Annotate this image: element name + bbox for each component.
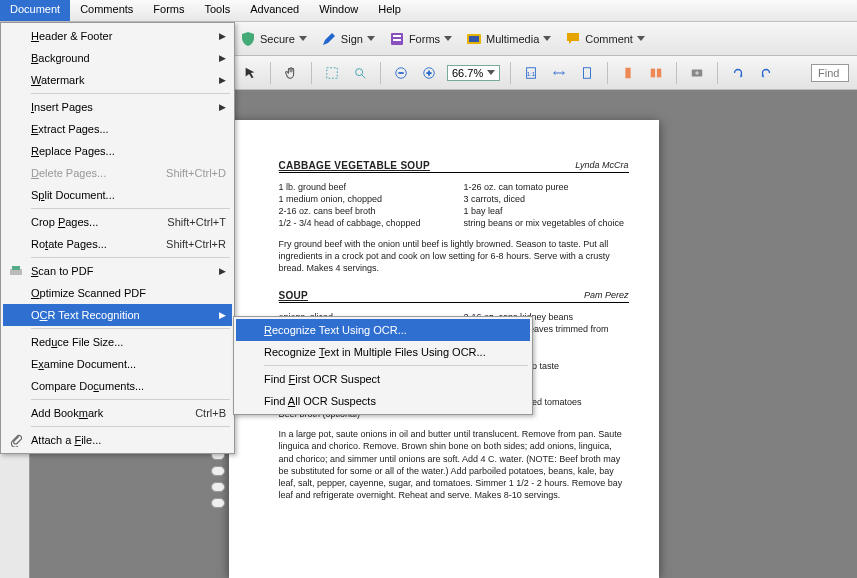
recipe-instructions: In a large pot, saute onions in oil and … [279, 428, 629, 501]
recipe-author: Pam Perez [584, 290, 629, 301]
ocr-submenu: Recognize Text Using OCR... Recognize Te… [233, 316, 533, 415]
snapshot-icon[interactable] [687, 63, 707, 83]
svg-point-16 [695, 71, 699, 75]
svg-rect-12 [626, 67, 631, 78]
menu-bar: Document Comments Forms Tools Advanced W… [0, 0, 857, 22]
tool-sign-label: Sign [341, 33, 363, 45]
menu-header-footer[interactable]: Header & Footer▶ [3, 25, 232, 47]
multimedia-icon [466, 31, 482, 47]
recipe-author: Lynda McCra [575, 160, 628, 171]
zoom-out-icon[interactable] [391, 63, 411, 83]
menu-reduce-file-size[interactable]: Reduce File Size... [3, 331, 232, 353]
separator [676, 62, 677, 84]
svg-rect-18 [12, 266, 20, 270]
menu-crop-pages[interactable]: Crop Pages...Shift+Ctrl+T [3, 211, 232, 233]
menu-document[interactable]: Document [0, 0, 70, 21]
ingredient: 1 lb. ground beef [279, 181, 444, 193]
two-page-icon[interactable] [646, 63, 666, 83]
chevron-down-icon [543, 36, 551, 41]
zoom-level-input[interactable]: 66.7% [447, 65, 500, 81]
menu-window[interactable]: Window [309, 0, 368, 21]
marquee-zoom-icon[interactable] [322, 63, 342, 83]
ingredient: 1 bay leaf [464, 205, 629, 217]
svg-text:1:1: 1:1 [527, 69, 536, 76]
menu-optimize-scanned[interactable]: Optimize Scanned PDF [3, 282, 232, 304]
menu-advanced[interactable]: Advanced [240, 0, 309, 21]
ingredient: 2-16 oz. cans beef broth [279, 205, 444, 217]
menu-delete-pages: Delete Pages...Shift+Ctrl+D [3, 162, 232, 184]
svg-rect-14 [657, 68, 661, 77]
menu-comments[interactable]: Comments [70, 0, 143, 21]
menu-scan-to-pdf[interactable]: Scan to PDF▶ [3, 260, 232, 282]
menu-forms[interactable]: Forms [143, 0, 194, 21]
separator [510, 62, 511, 84]
tool-forms-label: Forms [409, 33, 440, 45]
menu-rotate-pages[interactable]: Rotate Pages...Shift+Ctrl+R [3, 233, 232, 255]
tool-comment[interactable]: Comment [565, 31, 645, 47]
zoom-in-icon[interactable] [419, 63, 439, 83]
separator [311, 62, 312, 84]
svg-rect-11 [584, 67, 591, 78]
ingredient: string beans or mix vegetables of choice [464, 217, 629, 229]
svg-rect-13 [651, 68, 655, 77]
loupe-icon[interactable] [350, 63, 370, 83]
ingredient: 3 carrots, diced [464, 193, 629, 205]
rotate-ccw-icon[interactable] [756, 63, 776, 83]
menu-help[interactable]: Help [368, 0, 411, 21]
menu-split-document[interactable]: Split Document... [3, 184, 232, 206]
scanner-icon [7, 262, 25, 280]
single-page-icon[interactable] [618, 63, 638, 83]
menu-ocr-text-recognition[interactable]: OCR Text Recognition▶ [3, 304, 232, 326]
hand-tool-icon[interactable] [281, 63, 301, 83]
separator [270, 62, 271, 84]
tool-multimedia-label: Multimedia [486, 33, 539, 45]
recipe-header: SOUP Pam Perez [279, 290, 629, 303]
svg-rect-2 [393, 39, 401, 41]
fit-page-icon[interactable] [577, 63, 597, 83]
menu-attach-file[interactable]: Attach a File... [3, 429, 232, 451]
submenu-find-first-suspect[interactable]: Find First OCR Suspect [236, 368, 530, 390]
menu-tools[interactable]: Tools [195, 0, 241, 21]
submenu-find-all-suspects[interactable]: Find All OCR Suspects [236, 390, 530, 412]
menu-watermark[interactable]: Watermark▶ [3, 69, 232, 91]
recipe-instructions: Fry ground beef with the onion until bee… [279, 238, 629, 274]
document-menu-dropdown: Header & Footer▶ Background▶ Watermark▶ … [0, 22, 235, 454]
menu-add-bookmark[interactable]: Add BookmarkCtrl+B [3, 402, 232, 424]
svg-rect-1 [393, 35, 401, 37]
menu-insert-pages[interactable]: Insert Pages▶ [3, 96, 232, 118]
select-tool-icon[interactable] [240, 63, 260, 83]
separator [380, 62, 381, 84]
find-input[interactable]: Find [811, 64, 849, 82]
recipe-title: CABBAGE VEGETABLE SOUP [279, 160, 430, 171]
chevron-down-icon [367, 36, 375, 41]
menu-compare-documents[interactable]: Compare Documents... [3, 375, 232, 397]
chevron-down-icon [299, 36, 307, 41]
chevron-down-icon [487, 70, 495, 75]
separator [717, 62, 718, 84]
ingredient: 1-26 oz. can tomato puree [464, 181, 629, 193]
tool-forms[interactable]: Forms [389, 31, 452, 47]
chevron-down-icon [637, 36, 645, 41]
tool-multimedia[interactable]: Multimedia [466, 31, 551, 47]
tool-secure[interactable]: Secure [240, 31, 307, 47]
menu-replace-pages[interactable]: Replace Pages... [3, 140, 232, 162]
svg-point-6 [356, 68, 363, 75]
paperclip-icon [7, 431, 25, 449]
submenu-recognize-ocr[interactable]: Recognize Text Using OCR... [236, 319, 530, 341]
rotate-cw-icon[interactable] [728, 63, 748, 83]
actual-size-icon[interactable]: 1:1 [521, 63, 541, 83]
submenu-recognize-multiple[interactable]: Recognize Text in Multiple Files Using O… [236, 341, 530, 363]
tool-comment-label: Comment [585, 33, 633, 45]
recipe-title: SOUP [279, 290, 309, 301]
recipe-header: CABBAGE VEGETABLE SOUP Lynda McCra [279, 160, 629, 173]
menu-examine-document[interactable]: Examine Document... [3, 353, 232, 375]
ingredient: 1/2 - 3/4 head of cabbage, chopped [279, 217, 444, 229]
menu-background[interactable]: Background▶ [3, 47, 232, 69]
fit-width-icon[interactable] [549, 63, 569, 83]
tool-sign[interactable]: Sign [321, 31, 375, 47]
svg-rect-5 [327, 67, 338, 78]
menu-extract-pages[interactable]: Extract Pages... [3, 118, 232, 140]
zoom-value: 66.7% [452, 67, 483, 79]
form-icon [389, 31, 405, 47]
separator [607, 62, 608, 84]
